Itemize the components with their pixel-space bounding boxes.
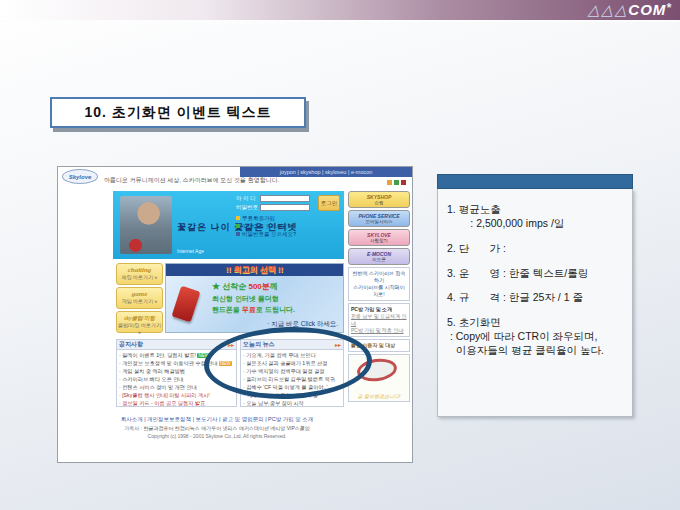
connect-link[interactable]: 한번에 스카이러브 접속하기 <box>351 270 407 284</box>
news-item[interactable]: · 김혜수 'CF 덕을 이렇게 볼 줄이야..' <box>243 383 341 391</box>
id-label: 아 이 디 <box>236 195 260 202</box>
login-form: 아 이 디 비밀번호 로그인 무료회원가입 아이디를 모르세요? 비밀번호를 모… <box>236 195 340 238</box>
mirror-image <box>356 356 399 383</box>
footer-links[interactable]: 회사소개 | 개인정보보호정책 | 보도기사 | 광고 및 영업문의 | PC방… <box>72 415 362 424</box>
phone-service-button[interactable]: PHONE SERVICE 모바일서비스 <box>348 210 410 227</box>
news-item[interactable]: · 설문조사 결과 송골매가 1위로 선정 <box>243 359 341 367</box>
news-item[interactable]: · 가요계, 가을 컴백 무대 보인다 <box>243 351 341 359</box>
left-nav: chatting 채팅 바로가기 » game 게임 바로가기 » sky클럽/… <box>116 263 163 335</box>
bullet-icon <box>236 232 240 236</box>
help-icon[interactable] <box>401 180 406 185</box>
mail-icon[interactable] <box>394 180 399 185</box>
news-item[interactable]: · '개우개그'의 이진한 - 코믹 부상 <box>243 391 341 399</box>
password-input[interactable] <box>260 204 310 211</box>
find-id-link[interactable]: 아이디를 모르세요? <box>236 222 340 230</box>
pcbang-link[interactable]: 전용 납부 및 요금체계 안내 <box>351 313 407 327</box>
page-title-text: 10. 초기화면 이벤트 텍스트 <box>84 104 271 122</box>
triangle-icons: △△△ <box>588 1 629 18</box>
phone-image <box>172 286 201 323</box>
bullet-icon <box>236 224 240 228</box>
promo-strip: !! 최고의 선택 !! <box>166 264 343 276</box>
star-icon: * <box>666 1 672 15</box>
promo-banner[interactable]: !! 최고의 선택 !! ★ 선착순 500분께 최신형 인터넷 폴더형 핸드폰… <box>165 263 344 333</box>
brand-logo: △△△COM* <box>588 1 672 19</box>
notice-header: 공지사항 <box>119 340 143 349</box>
hero-photo-man-with-rose <box>120 196 172 254</box>
skylove-logo-text: Skylove <box>69 174 92 180</box>
nav-chatting-button[interactable]: chatting 채팅 바로가기 » <box>116 263 163 285</box>
panel-item-operation: 3. 운 영 : 한줄 텍스트/롤링 <box>447 267 623 281</box>
pcbang-link[interactable]: PC방 가입 및 제휴 안내 <box>351 327 407 334</box>
site-tagline: 아름다운 커뮤니케이션 세상, 스카이러브에 오신 것을 환영합니다. <box>104 176 279 185</box>
password-label: 비밀번호 <box>236 204 260 211</box>
report-box[interactable]: 불량 이용자 및 대상 <box>348 339 410 352</box>
news-header: 오늘의 뉴스 <box>243 340 275 349</box>
news-item[interactable]: · 오늘 남부,중부 장마 시작 <box>243 399 341 407</box>
hero-banner: 꽃같은 나이 꽃같은 인터넷 Internet Age 아 이 디 비밀번호 로… <box>113 191 344 259</box>
notice-item[interactable]: · 개인정보 보호정책 및 이용약관 수정 안내 NEW <box>119 359 234 367</box>
news-item[interactable]: · 올리브의 리드보컬 김주일,탤런트 복귀 <box>243 375 341 383</box>
skylove-match-button[interactable]: SKYLOVE 사랑찾기 <box>348 229 410 246</box>
site-utility-icons <box>387 180 406 185</box>
hero-caption: Internet Age <box>177 248 204 254</box>
startpage-link[interactable]: 스카이러브를 시작페이지로! <box>351 284 407 298</box>
site-footer: 회사소개 | 개인정보보호정책 | 보도기사 | 광고 및 영업문의 | PC방… <box>72 415 362 440</box>
skylove-logo[interactable]: Skylove <box>62 169 98 184</box>
website-screenshot: Skylove 아름다운 커뮤니케이션 세상, 스카이러브에 오신 것을 환영합… <box>57 166 413 463</box>
right-sidebar: SKYSHOP 쇼핑 PHONE SERVICE 모바일서비스 SKYLOVE … <box>348 191 410 402</box>
notice-item[interactable]: · 정보일 카드 - 이름 공모 당첨자 발표 <box>119 399 234 407</box>
panel-item-exposure: 1. 평균노출 : 2,500,000 imps /일 <box>447 203 623 231</box>
news-box: 오늘의 뉴스 ▸▸ · 가요계, 가을 컴백 무대 보인다 · 설문조사 결과 … <box>240 339 344 407</box>
id-input[interactable] <box>260 195 310 202</box>
login-button[interactable]: 로그인 <box>318 195 340 211</box>
footer-copyright: Copyright (c) 1998 - 2001 Skylove Co.,Lt… <box>72 432 362 440</box>
info-panel-body: 1. 평균노출 : 2,500,000 imps /일 2. 단 가 : 3. … <box>437 189 633 417</box>
pcbang-header: PC방 가입 및 소개 <box>351 306 407 313</box>
new-badge: NEW <box>219 361 232 367</box>
new-badge: NEW <box>197 353 210 359</box>
footer-family-sites: 가족사 : 한글과컴퓨터 한컴리눅스 애가투어 넷피스 애커스테이션 네티앙 V… <box>72 424 362 432</box>
news-item[interactable]: · 가수 백지영의 컴백무대 일정 결정 <box>243 367 341 375</box>
page-title: 10. 초기화면 이벤트 텍스트 <box>50 97 306 128</box>
site-topbar-links[interactable]: joypon | skyshop | skyloveu | e-mocon <box>240 167 412 177</box>
notice-item[interactable]: · 게임 설치 중 에러 해결방법 <box>119 367 234 375</box>
notice-item[interactable]: · 릴레이 이벤트 1탄, 당첨자 발표! NEW <box>119 351 234 359</box>
bullet-icon <box>236 216 240 220</box>
slide-header-bar: △△△COM* <box>0 0 680 22</box>
notice-item[interactable]: · 스카이러브 베타 오픈 안내 <box>119 375 234 383</box>
nav-club-meeting-button[interactable]: sky클럽/미팅 클럽/미팅 바로가기 » <box>116 311 163 333</box>
find-password-link[interactable]: 비밀번호를 모르세요? <box>236 230 340 238</box>
pcbang-box: PC방 가입 및 소개 전용 납부 및 요금체계 안내 PC방 가입 및 제휴 … <box>348 303 410 337</box>
promo-text: ★ 선착순 500분께 최신형 인터넷 폴더형 핸드폰을 무료로 드립니다. <box>212 281 295 315</box>
emocon-button[interactable]: E-MOCON 이모콘 <box>348 248 410 265</box>
notice-box: 공지사항 ▸▸ · 릴레이 이벤트 1탄, 당첨자 발표! NEW · 개인정보… <box>116 339 237 407</box>
quick-connect-box: 한번에 스카이러브 접속하기 스카이러브를 시작페이지로! <box>348 267 410 301</box>
info-panel: 1. 평균노출 : 2,500,000 imps /일 2. 단 가 : 3. … <box>437 174 633 417</box>
promo-click-link[interactable]: · 지금 바로 Click 하세요. <box>267 320 338 329</box>
more-arrows-icon[interactable]: ▸▸ <box>228 341 234 348</box>
notice-item[interactable]: · [Sky클럽 행사 안내] 미팅 사파리 게시! <box>119 391 234 399</box>
panel-item-mainpage: 5. 초기화면 : Copy에 따라 CTR이 좌우되며, 이용자들의 평균 클… <box>447 316 623 358</box>
panel-item-price: 2. 단 가 : <box>447 242 623 256</box>
info-panel-header-bar <box>437 174 633 189</box>
home-icon[interactable] <box>387 180 392 185</box>
notice-item[interactable]: · 컨텐츠 서비스 정비 및 개편 안내 <box>119 383 234 391</box>
promo-caption: 곧 찾아뵙겠습니다! <box>351 393 407 399</box>
brand-name: COM <box>628 1 666 18</box>
nav-game-button[interactable]: game 게임 바로가기 » <box>116 287 163 309</box>
slide: △△△COM* 10. 초기화면 이벤트 텍스트 Skylove 아름다운 커뮤… <box>0 0 680 510</box>
sidebar-promo-image[interactable]: 곧 찾아뵙겠습니다! <box>348 354 410 402</box>
skyshop-button[interactable]: SKYSHOP 쇼핑 <box>348 191 410 208</box>
signup-link[interactable]: 무료회원가입 <box>236 214 340 222</box>
panel-item-spec: 4. 규 격 : 한글 25자 / 1 줄 <box>447 291 623 305</box>
more-arrows-icon[interactable]: ▸▸ <box>335 341 341 348</box>
